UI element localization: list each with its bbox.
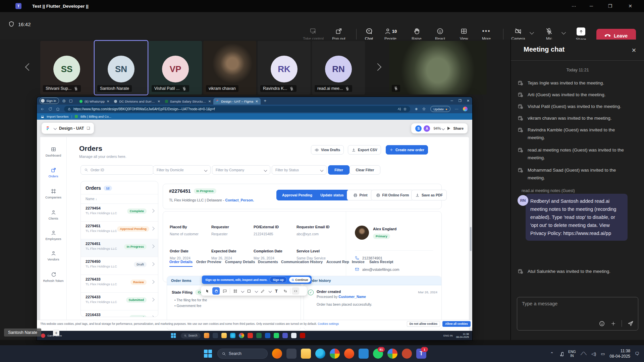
order-list-item-selected[interactable]: 2276451 TL Flex Holdings LLC In Progress bbox=[81, 239, 158, 257]
figma-share-button[interactable]: Share bbox=[453, 126, 464, 130]
browser-signin-button[interactable]: Sign in bbox=[40, 98, 59, 104]
browser-tab-excel[interactable]: Sample Salary Structure with calc ✕ bbox=[163, 98, 213, 105]
contact-email[interactable]: alex@vstatefilings.com bbox=[355, 267, 399, 272]
file-explorer-icon[interactable] bbox=[221, 333, 227, 338]
back-icon[interactable] bbox=[40, 107, 45, 111]
orders-sort-column[interactable]: Name ↓ bbox=[81, 194, 158, 204]
taskbar-app-icon[interactable] bbox=[213, 333, 218, 338]
news-widget-icon[interactable] bbox=[41, 334, 45, 338]
browser-restore-button[interactable]: ❐ bbox=[459, 99, 462, 103]
tab-close-icon[interactable]: ✕ bbox=[107, 100, 109, 103]
approval-pending-button[interactable]: Approval Pending bbox=[276, 190, 318, 200]
browser-tab-whatsapp[interactable]: (6) WhatsApp ✕ bbox=[77, 98, 112, 105]
favorite-star-icon[interactable] bbox=[403, 107, 407, 111]
browser-settings-icon[interactable]: ⋯ bbox=[455, 107, 459, 111]
window-close-button[interactable]: ✕ bbox=[623, 0, 638, 12]
order-list-item[interactable]: 2276433 TL Flex Holdings LLC Review bbox=[81, 275, 158, 293]
attach-plus-icon[interactable] bbox=[610, 321, 616, 326]
move-tool-icon[interactable] bbox=[204, 287, 211, 295]
bills-bookmark-link[interactable]: Bills | Billing and Co... bbox=[80, 115, 111, 118]
react-button[interactable]: React bbox=[429, 27, 451, 41]
sidebar-item-employees[interactable]: Employees bbox=[40, 230, 66, 241]
window-minimize-button[interactable]: ─ bbox=[584, 0, 599, 12]
sidebar-item-companies[interactable]: Companies bbox=[40, 188, 66, 199]
update-status-button[interactable]: Update status bbox=[315, 190, 350, 200]
taskbar-app-icon[interactable] bbox=[204, 333, 209, 338]
tray-mic-icon[interactable] bbox=[558, 351, 564, 356]
pdf-icon[interactable] bbox=[300, 333, 305, 338]
tab-actions-icon[interactable]: ▢ bbox=[69, 99, 72, 103]
teams-icon[interactable]: T 1 bbox=[416, 349, 426, 359]
tab-order-preview[interactable]: Order Preview bbox=[196, 260, 221, 264]
hand-tool-icon-selected[interactable] bbox=[212, 287, 220, 295]
tab-close-icon[interactable]: ✕ bbox=[255, 100, 258, 103]
print-button[interactable]: Print bbox=[347, 190, 374, 200]
google-continue-button[interactable]: G Continue bbox=[289, 277, 311, 283]
tab-communication-history[interactable]: Communication History bbox=[281, 260, 323, 264]
file-explorer-icon[interactable] bbox=[301, 349, 311, 359]
export-csv-button[interactable]: Export CSV bbox=[348, 145, 381, 155]
filter-status-dropdown[interactable]: Filter by Status bbox=[272, 165, 327, 175]
workspaces-icon[interactable]: ◎ bbox=[62, 99, 66, 103]
start-button[interactable] bbox=[204, 350, 212, 358]
frame-tool-chevron[interactable] bbox=[241, 289, 245, 293]
search-box[interactable]: Search bbox=[181, 333, 201, 339]
taskbar-app-icon[interactable] bbox=[291, 333, 297, 338]
sidebar-item-vendors[interactable]: Vendors bbox=[40, 250, 66, 261]
whatsapp-icon[interactable]: 81 bbox=[373, 349, 383, 359]
browser-essentials-icon[interactable]: ❋ bbox=[415, 107, 418, 111]
people-button[interactable]: 10 People bbox=[379, 27, 401, 41]
pen-tool-icon[interactable] bbox=[259, 287, 266, 295]
layout-panel-icon[interactable]: ❏ bbox=[87, 126, 90, 130]
taskbar-search-box[interactable]: Search bbox=[217, 349, 268, 359]
sidebar-item-refresh-token[interactable]: Refresh Token bbox=[40, 272, 66, 283]
view-drafts-button[interactable]: View Drafts bbox=[311, 145, 344, 155]
address-bar[interactable]: https://www.figma.com/design/9BKQ0FOHRWa… bbox=[64, 106, 410, 112]
window-more-icon[interactable]: ⋯ bbox=[566, 0, 582, 12]
brave-icon[interactable] bbox=[344, 349, 354, 359]
browser-minimize-button[interactable]: ─ bbox=[451, 99, 453, 103]
chat-button[interactable]: Chat bbox=[358, 27, 380, 41]
favorites-menu-icon[interactable] bbox=[422, 107, 426, 111]
chrome-icon[interactable] bbox=[330, 349, 340, 359]
frame-tool-icon[interactable] bbox=[231, 287, 239, 295]
cookies-settings-link[interactable]: Cookies settings bbox=[318, 322, 339, 325]
view-button[interactable]: View bbox=[453, 27, 475, 41]
presenter-pin-button[interactable]: + bbox=[53, 329, 59, 336]
actions-tool-icon[interactable] bbox=[281, 287, 289, 295]
order-list-item[interactable]: 2279451 TL Flex Holdings LLC Approval Pe… bbox=[81, 222, 158, 239]
browser-close-button[interactable]: ✕ bbox=[467, 99, 470, 103]
browser-tab-dc-divisions[interactable]: DC Divisions and Surroundings ✕ bbox=[112, 98, 162, 105]
page-scrollbar-thumb[interactable] bbox=[470, 227, 472, 251]
edge-icon[interactable] bbox=[315, 349, 325, 359]
participant-tile[interactable]: RK Ravindra K... bbox=[258, 41, 311, 95]
pop-out-button[interactable]: Pop out bbox=[328, 27, 350, 41]
participant-tile-video[interactable] bbox=[389, 41, 487, 95]
browser-tab-figma-active[interactable]: Design - UAT – Figma ✕ bbox=[213, 98, 260, 105]
browser-profile-icon[interactable] bbox=[402, 349, 412, 359]
save-as-pdf-button[interactable]: Save as PDF bbox=[411, 190, 447, 200]
order-list-item[interactable]: 2276450 TL Flex Holdings LLC Draft bbox=[81, 257, 158, 275]
chat-message-input[interactable]: Type a message bbox=[517, 297, 638, 330]
import-favorites-link[interactable]: Import favorites bbox=[47, 115, 68, 118]
tray-expand-chevron[interactable]: ⌃ bbox=[550, 351, 554, 356]
tab-account-rep[interactable]: Account Rep bbox=[326, 260, 349, 264]
participant-tile-selected[interactable]: SN Santosh Narate bbox=[95, 41, 148, 95]
participant-tile[interactable]: RN read.ai mee... bbox=[312, 41, 365, 95]
comment-tool-icon[interactable] bbox=[221, 287, 228, 295]
order-list-item[interactable]: 2279454 TL Flex Holdings LLC Complete bbox=[81, 204, 158, 222]
clear-filter-button[interactable]: Clear Filter bbox=[350, 165, 380, 175]
emoji-icon[interactable] bbox=[599, 320, 605, 327]
sidebar-item-dashboard[interactable]: Dashboard bbox=[40, 146, 66, 157]
mic-button[interactable]: Mic bbox=[538, 27, 560, 41]
tab-order-details[interactable]: Order Details bbox=[169, 260, 193, 264]
mini-clock[interactable]: 11:38 08-04-2025 bbox=[456, 333, 469, 339]
send-icon[interactable] bbox=[627, 320, 634, 327]
gmail-icon[interactable] bbox=[248, 333, 253, 338]
customer-name-link[interactable]: Customer_Name bbox=[338, 295, 366, 299]
tab-close-icon[interactable]: ✕ bbox=[208, 100, 211, 103]
taskbar-app-icon[interactable] bbox=[286, 349, 297, 359]
vscode-icon[interactable] bbox=[359, 349, 369, 359]
tab-invoice[interactable]: Invoice bbox=[352, 260, 365, 264]
wifi-icon[interactable]: ⟋⟍ bbox=[581, 351, 587, 356]
